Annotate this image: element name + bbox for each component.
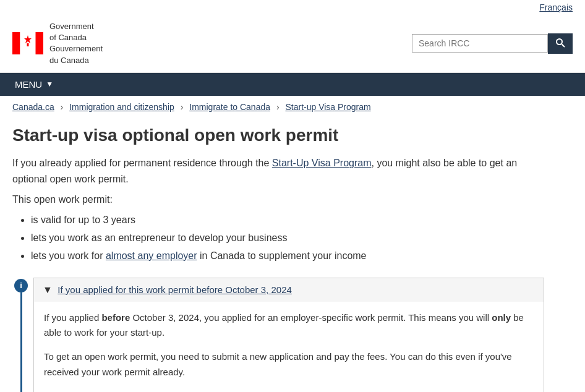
bold-only: only	[492, 312, 511, 323]
info-icon: i	[14, 279, 28, 292]
language-bar: Français	[0, 0, 585, 15]
breadcrumb-sep-3: ›	[276, 102, 280, 112]
expandable-section-wrapper: i ▼ If you applied for this work permit …	[12, 278, 544, 392]
svg-rect-4	[27, 43, 29, 46]
chevron-down-icon: ▼	[46, 80, 53, 88]
search-button[interactable]	[548, 33, 573, 54]
blue-indicator: i	[12, 278, 30, 392]
expand-para-2: To get an open work permit, you need to …	[44, 349, 534, 380]
list-item: lets you work for almost any employer in…	[31, 247, 544, 265]
search-area	[412, 33, 573, 54]
expand-body: If you applied before October 3, 2024, y…	[34, 302, 544, 392]
breadcrumb: Canada.ca › Immigration and citizenship …	[0, 96, 585, 118]
site-header: Government of Canada Gouvernement du Can…	[0, 15, 585, 73]
intro-paragraph: If you already applied for permanent res…	[12, 155, 544, 187]
french-link[interactable]: Français	[539, 2, 573, 12]
main-content: Start-up visa optional open work permit …	[0, 118, 557, 392]
expand-box: ▼ If you applied for this work permit be…	[33, 278, 544, 392]
breadcrumb-immigrate[interactable]: Immigrate to Canada	[189, 102, 270, 112]
search-icon	[555, 38, 565, 48]
logo-area: Government of Canada Gouvernement du Can…	[12, 21, 103, 66]
list-item: lets you work as an entrepreneur to deve…	[31, 229, 544, 247]
startup-visa-link[interactable]: Start-Up Visa Program	[272, 158, 372, 168]
expand-header-link[interactable]: If you applied for this work permit befo…	[58, 284, 292, 295]
canada-flag-icon	[12, 32, 43, 54]
breadcrumb-immigration[interactable]: Immigration and citizenship	[69, 102, 174, 112]
svg-line-6	[562, 44, 565, 47]
breadcrumb-startup-visa[interactable]: Start-up Visa Program	[285, 102, 370, 112]
svg-point-5	[557, 39, 562, 45]
expand-para-1: If you applied before October 3, 2024, y…	[44, 310, 534, 341]
list-item: is valid for up to 3 years	[31, 211, 544, 229]
svg-rect-0	[12, 32, 20, 54]
expand-triangle-icon: ▼	[43, 284, 53, 295]
breadcrumb-sep-2: ›	[181, 102, 184, 112]
blue-vertical-line	[20, 292, 22, 392]
expand-para-3: You can withdraw your application in the…	[44, 389, 534, 392]
subheading: This open work permit:	[12, 194, 544, 205]
almost-any-employer-link[interactable]: almost any employer	[106, 250, 197, 261]
nav-bar: MENU ▼	[0, 73, 585, 96]
government-name: Government of Canada Gouvernement du Can…	[49, 21, 103, 66]
search-input[interactable]	[412, 34, 548, 53]
menu-button[interactable]: MENU ▼	[6, 73, 62, 96]
bold-before: before	[101, 312, 130, 323]
page-title: Start-up visa optional open work permit	[12, 124, 544, 147]
svg-rect-2	[36, 32, 44, 54]
breadcrumb-canada-ca[interactable]: Canada.ca	[12, 102, 54, 112]
permit-list: is valid for up to 3 years lets you work…	[12, 211, 544, 265]
breadcrumb-sep-1: ›	[61, 102, 64, 112]
expand-header[interactable]: ▼ If you applied for this work permit be…	[34, 278, 544, 302]
